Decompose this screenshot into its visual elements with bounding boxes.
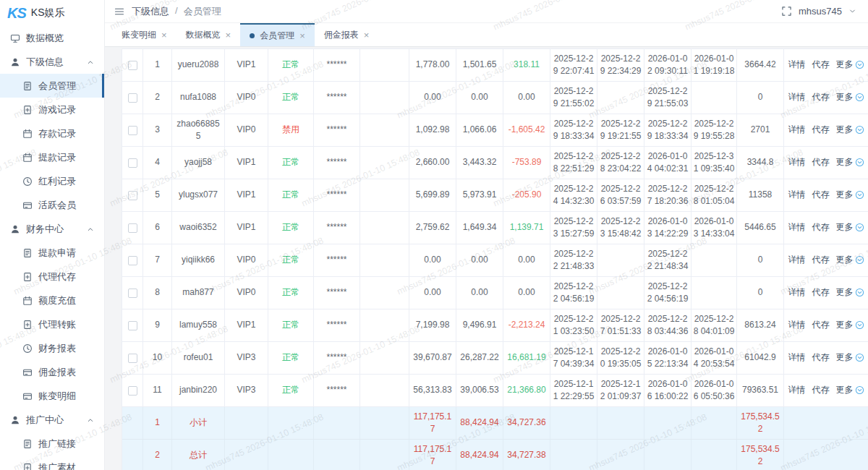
deposit-link[interactable]: 代存 <box>812 221 830 234</box>
cell-real-name <box>360 147 409 179</box>
more-link[interactable]: 更多 <box>836 221 864 234</box>
sidebar-item-账变明细[interactable]: 账变明细 <box>0 384 104 408</box>
sidebar-item-财务报表[interactable]: 财务报表 <box>0 336 104 360</box>
close-icon[interactable]: × <box>299 31 305 40</box>
cell-checkbox <box>122 440 143 470</box>
more-link[interactable]: 更多 <box>836 124 864 136</box>
more-link[interactable]: 更多 <box>836 59 864 71</box>
row-checkbox[interactable] <box>128 158 137 168</box>
row-checkbox[interactable] <box>128 256 137 265</box>
cell-amount1: 56,313.83 <box>409 375 456 406</box>
sidebar-item-佣金报表[interactable]: 佣金报表 <box>0 360 104 384</box>
row-checkbox[interactable] <box>128 386 137 396</box>
more-link[interactable]: 更多 <box>836 319 864 331</box>
sidebar-item-活跃会员[interactable]: 活跃会员 <box>0 193 104 217</box>
sidebar-item-数据概览[interactable]: 数据概览 <box>0 26 104 50</box>
username-menu[interactable]: mhsus745 <box>799 6 842 17</box>
detail-link[interactable]: 详情 <box>788 319 806 331</box>
more-link[interactable]: 更多 <box>836 351 864 364</box>
deposit-link[interactable]: 代存 <box>812 59 830 71</box>
summary-row: 1小计117,175.1788,424.9434,727.36175,534.5… <box>122 407 868 440</box>
sidebar-item-label: 推广中心 <box>26 414 64 427</box>
row-checkbox[interactable] <box>128 223 137 233</box>
deposit-link[interactable]: 代存 <box>812 319 830 331</box>
sidebar-item-label: 财务报表 <box>38 342 76 355</box>
more-link[interactable]: 更多 <box>836 286 864 299</box>
sidebar-item-下级信息[interactable]: 下级信息 <box>0 50 104 74</box>
row-checkbox[interactable] <box>128 93 137 103</box>
sidebar-item-存款记录[interactable]: 存款记录 <box>0 121 104 145</box>
fullscreen-icon[interactable] <box>781 6 792 17</box>
row-checkbox[interactable] <box>128 321 137 330</box>
row-checkbox[interactable] <box>128 61 137 70</box>
sidebar-item-提款申请[interactable]: 提款申请 <box>0 241 104 265</box>
tab-会员管理[interactable]: 会员管理× <box>240 23 315 46</box>
cell-username: yiqiikk66 <box>172 244 225 276</box>
sidebar-item-推广链接[interactable]: 推广链接 <box>0 432 104 456</box>
sidebar-item-红利记录[interactable]: 红利记录 <box>0 169 104 193</box>
row-checkbox[interactable] <box>128 354 137 363</box>
deposit-link[interactable]: 代存 <box>812 189 830 201</box>
detail-link[interactable]: 详情 <box>788 351 806 364</box>
row-checkbox[interactable] <box>128 289 137 298</box>
breadcrumb-parent[interactable]: 下级信息 <box>132 5 169 18</box>
close-icon[interactable]: × <box>364 30 370 40</box>
cell-time4: 2026-01-06 05:50:36 <box>692 375 737 406</box>
tab-数据概览[interactable]: 数据概览× <box>176 23 241 46</box>
detail-link[interactable]: 详情 <box>788 221 806 234</box>
detail-link[interactable]: 详情 <box>788 384 806 396</box>
sidebar-item-代理转账[interactable]: 代理转账 <box>0 312 104 336</box>
close-icon[interactable]: × <box>161 30 167 40</box>
sidebar-item-代理代存[interactable]: 代理代存 <box>0 265 104 289</box>
cell-balance: 3664.42 <box>737 49 784 81</box>
sidebar-item-推广中心[interactable]: 推广中心 <box>0 408 104 432</box>
cell-password: ****** <box>314 179 360 211</box>
sidebar-item-游戏记录[interactable]: 游戏记录 <box>0 98 104 121</box>
sidebar-item-提款记录[interactable]: 提款记录 <box>0 145 104 169</box>
sidebar-item-额度充值[interactable]: 额度充值 <box>0 289 104 312</box>
sidebar-item-财务中心[interactable]: 财务中心 <box>0 217 104 241</box>
detail-link[interactable]: 详情 <box>788 156 806 168</box>
deposit-link[interactable]: 代存 <box>812 124 830 136</box>
sidebar-item-会员管理[interactable]: 会员管理 <box>0 74 104 98</box>
row-checkbox[interactable] <box>128 191 137 200</box>
card-icon <box>22 391 33 401</box>
deposit-link[interactable]: 代存 <box>812 254 830 266</box>
deposit-link[interactable]: 代存 <box>812 286 830 299</box>
cell-amount2: 0.00 <box>456 82 503 114</box>
cell-vip-level: VIP1 <box>225 212 268 244</box>
cell-time3: 2025-12-27 18:20:36 <box>644 179 692 211</box>
deposit-link[interactable]: 代存 <box>812 91 830 103</box>
row-checkbox[interactable] <box>128 126 137 135</box>
sidebar-item-label: 额度充值 <box>38 294 76 307</box>
circle-chevron-icon <box>855 190 864 200</box>
more-link[interactable]: 更多 <box>836 156 864 168</box>
tab-佣金报表[interactable]: 佣金报表× <box>315 23 379 46</box>
tab-账变明细[interactable]: 账变明细× <box>112 23 176 46</box>
cell-vip-level <box>225 440 268 470</box>
cell-actions: 详情代存更多 <box>784 375 868 406</box>
detail-link[interactable]: 详情 <box>788 254 806 266</box>
circle-chevron-icon <box>855 125 864 134</box>
deposit-link[interactable]: 代存 <box>812 156 830 168</box>
more-link[interactable]: 更多 <box>836 189 864 201</box>
calendar-icon <box>22 296 33 306</box>
detail-link[interactable]: 详情 <box>788 59 806 71</box>
detail-link[interactable]: 详情 <box>788 124 806 136</box>
close-icon[interactable]: × <box>226 30 231 40</box>
cell-checkbox <box>122 179 143 211</box>
cell-time2: 2025-12-26 03:57:59 <box>597 179 644 211</box>
hamburger-icon[interactable] <box>114 7 124 17</box>
deposit-link[interactable]: 代存 <box>812 384 830 396</box>
more-link[interactable]: 更多 <box>836 254 864 266</box>
detail-link[interactable]: 详情 <box>788 286 806 299</box>
more-link[interactable]: 更多 <box>836 91 864 103</box>
more-link[interactable]: 更多 <box>836 384 864 396</box>
cell-time4: 2026-01-03 14:33:04 <box>692 212 737 244</box>
chevron-down-icon[interactable] <box>848 7 856 15</box>
detail-link[interactable]: 详情 <box>788 189 806 201</box>
sidebar-item-推广素材[interactable]: 推广素材 <box>0 456 104 470</box>
cell-amount1: 0.00 <box>409 277 456 309</box>
deposit-link[interactable]: 代存 <box>812 351 830 364</box>
detail-link[interactable]: 详情 <box>788 91 806 103</box>
